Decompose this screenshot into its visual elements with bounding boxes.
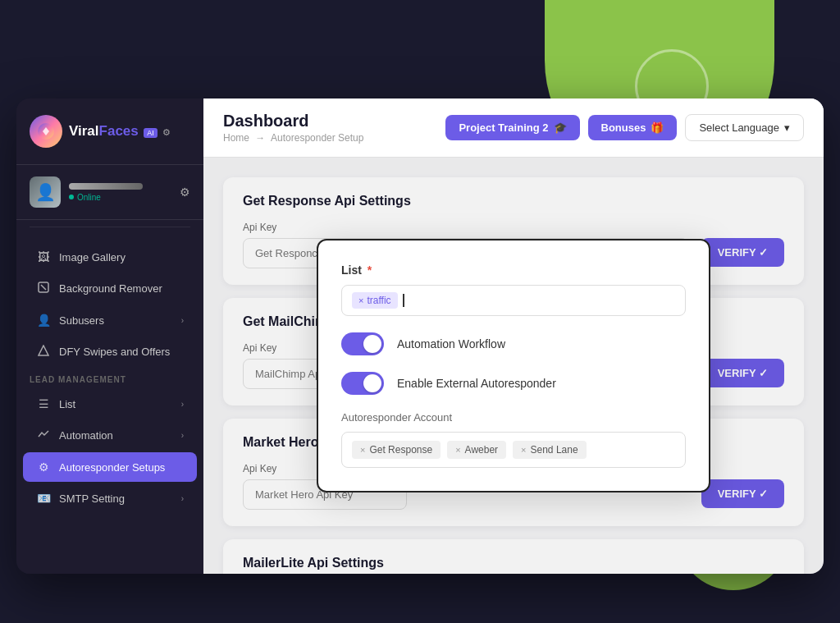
modal-list-label: List *	[341, 263, 686, 277]
svg-marker-3	[39, 346, 48, 355]
account-section: Autoresponder Account × Get Response × A…	[341, 411, 686, 468]
language-chevron-icon: ▾	[784, 121, 790, 134]
autoresponder-modal: List * × traffic	[317, 239, 710, 492]
sidebar-user: 👤 Online ⚙	[16, 165, 203, 220]
bonuses-button[interactable]: Bonuses 🎁	[588, 115, 678, 140]
modal-overlay: List * × traffic	[203, 158, 824, 574]
automation-icon	[36, 428, 51, 442]
avatar: 👤	[30, 176, 61, 208]
account-section-label: Autoresponder Account	[341, 411, 686, 424]
toggle-track	[341, 332, 384, 355]
subusers-arrow: ›	[181, 316, 184, 325]
smtp-arrow: ›	[181, 494, 184, 503]
sidebar: ViralFaces AI ⚙ 👤 Online ⚙ 🖼	[16, 98, 203, 574]
external-autoresponder-toggle[interactable]	[341, 372, 384, 395]
sidebar-item-dfy-swipes[interactable]: DFY Swipes and Offers	[23, 337, 197, 367]
user-status: Online	[69, 193, 171, 202]
modal-list-input[interactable]: × traffic	[341, 285, 686, 316]
automation-workflow-label: Automation Workflow	[397, 337, 505, 350]
sidebar-nav: 🖼 Image Gallery Background Remover 👤 Sub…	[16, 234, 203, 574]
select-language-button[interactable]: Select Language ▾	[685, 114, 804, 141]
automation-workflow-toggle[interactable]	[341, 332, 384, 355]
sidebar-item-list[interactable]: ☰ List ›	[23, 389, 197, 419]
sidebar-item-smtp-setting[interactable]: 📧 SMTP Setting ›	[23, 483, 197, 513]
logo-icon	[30, 115, 62, 148]
background-remover-icon	[36, 282, 51, 295]
aweber-tag-remove[interactable]: ×	[455, 445, 460, 455]
settings-icon[interactable]: ⚙	[180, 186, 190, 199]
autoresponder-icon: ⚙	[36, 460, 51, 474]
toggle-thumb	[363, 335, 381, 353]
sidebar-item-autoresponder-setups[interactable]: ⚙ Autoresponder Setups	[23, 452, 197, 482]
image-gallery-icon: 🖼	[36, 250, 51, 263]
content-area: Get Response Api Settings Api Key VERIFY…	[203, 158, 824, 574]
text-cursor	[403, 294, 404, 307]
user-info: Online	[69, 183, 171, 202]
external-autoresponder-row: Enable External Autoresponder	[341, 372, 686, 395]
account-tag-get-response[interactable]: × Get Response	[352, 441, 441, 459]
subusers-icon: 👤	[36, 314, 51, 327]
dfy-swipes-icon	[36, 345, 51, 359]
required-asterisk: *	[368, 263, 372, 277]
page-header: Dashboard Home → Autoresponder Setup Pro…	[203, 98, 824, 158]
project-training-button[interactable]: Project Training 2 🎓	[445, 115, 579, 140]
account-tags-container[interactable]: × Get Response × Aweber × Send Lane	[341, 432, 686, 468]
sidebar-item-automation[interactable]: Automation ›	[23, 420, 197, 451]
bonuses-icon: 🎁	[651, 121, 664, 134]
send-lane-tag-remove[interactable]: ×	[521, 445, 526, 455]
sidebar-item-subusers[interactable]: 👤 Subusers ›	[23, 305, 197, 335]
automation-arrow: ›	[181, 431, 184, 440]
list-tag: × traffic	[352, 292, 398, 309]
account-tag-send-lane[interactable]: × Send Lane	[513, 441, 587, 459]
project-training-icon: 🎓	[554, 121, 567, 134]
external-autoresponder-label: Enable External Autoresponder	[397, 377, 556, 390]
header-title-area: Dashboard Home → Autoresponder Setup	[223, 112, 445, 144]
page-title: Dashboard	[223, 112, 445, 131]
sidebar-logo: ViralFaces AI ⚙	[16, 98, 203, 165]
main-content: Dashboard Home → Autoresponder Setup Pro…	[203, 98, 824, 574]
sidebar-item-image-gallery[interactable]: 🖼 Image Gallery	[23, 242, 197, 272]
toggle-track-2	[341, 372, 384, 395]
sidebar-item-background-remover[interactable]: Background Remover	[23, 273, 197, 304]
user-name-bar	[69, 183, 143, 190]
toggle-thumb-2	[363, 374, 381, 392]
get-response-tag-remove[interactable]: ×	[360, 445, 365, 455]
app-container: ViralFaces AI ⚙ 👤 Online ⚙ 🖼	[16, 98, 824, 574]
logo-text: ViralFaces AI ⚙	[69, 123, 171, 140]
breadcrumb: Home → Autoresponder Setup	[223, 132, 445, 144]
list-tag-remove[interactable]: ×	[358, 295, 363, 305]
smtp-icon: 📧	[36, 492, 51, 505]
list-arrow: ›	[181, 400, 184, 409]
status-dot	[69, 195, 74, 199]
header-actions: Project Training 2 🎓 Bonuses 🎁 Select La…	[445, 114, 804, 141]
automation-workflow-row: Automation Workflow	[341, 332, 686, 355]
svg-line-2	[41, 285, 46, 290]
account-tag-aweber[interactable]: × Aweber	[447, 441, 506, 459]
list-icon: ☰	[36, 397, 51, 410]
lead-management-label: LEAD MANAGEMENT	[16, 369, 203, 387]
